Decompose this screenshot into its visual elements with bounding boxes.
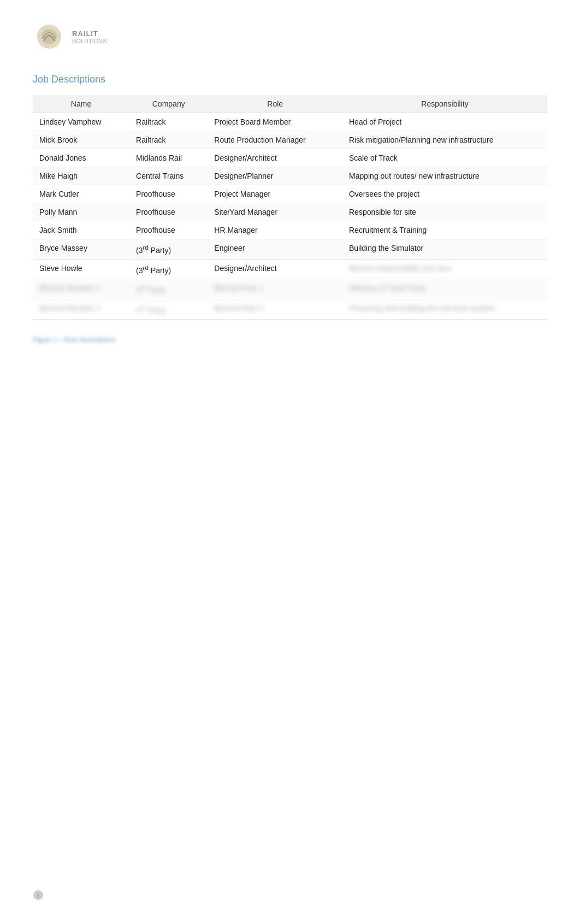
cell-company: (3rd Party) [129, 259, 208, 279]
table-row: Steve Howle(3rd Party)Designer/Architect… [33, 259, 547, 279]
cell-role: HR Manager [208, 221, 342, 239]
table-row-blurred: Blurred Member 23rd PartyBlurred Role 2P… [33, 299, 547, 319]
cell-name: Bryce Massey [33, 239, 129, 260]
cell-name: Mike Haigh [33, 167, 129, 185]
col-header-company: Company [129, 95, 208, 113]
table-row: Polly MannProofhouseSite/Yard ManagerRes… [33, 203, 547, 221]
cell-role: Designer/Architect [208, 149, 342, 167]
table-row: Mick BrookRailtrackRoute Production Mana… [33, 131, 547, 149]
logo-icon [33, 22, 66, 52]
cell-responsibility: Scale of Track [342, 149, 547, 167]
cell-name: Mick Brook [33, 131, 129, 149]
col-header-name: Name [33, 95, 129, 113]
section-title: Job Descriptions [33, 74, 547, 85]
logo-line1: RAILIT [72, 30, 107, 38]
cell-responsibility: Risk mitigation/Planning new infrastruct… [342, 131, 547, 149]
cell-company: (3rd Party) [129, 239, 208, 260]
table-row: Mike HaighCentral TrainsDesigner/Planner… [33, 167, 547, 185]
cell-blurred-2: Blurred Role 2 [208, 299, 342, 319]
cell-company: Central Trains [129, 167, 208, 185]
cell-name: Mark Cutler [33, 185, 129, 203]
col-header-responsibility: Responsibility [342, 95, 547, 113]
table-row: Donald JonesMidlands RailDesigner/Archit… [33, 149, 547, 167]
cell-company: Railtrack [129, 113, 208, 131]
cell-company: Proofhouse [129, 185, 208, 203]
col-header-role: Role [208, 95, 342, 113]
cell-blurred-1: 3rd Party [129, 299, 208, 319]
cell-responsibility: Head of Project [342, 113, 547, 131]
logo-line2: SOLUTIONS [72, 38, 107, 44]
cell-name: Steve Howle [33, 259, 129, 279]
cell-role: Project Manager [208, 185, 342, 203]
cell-blurred-1: 3rd Party [129, 279, 208, 299]
cell-company: Railtrack [129, 131, 208, 149]
table-row-blurred: Blurred Member 13rd PartyBlurred Role 1D… [33, 279, 547, 299]
cell-company: Midlands Rail [129, 149, 208, 167]
job-descriptions-table: Name Company Role Responsibility Lindsey… [33, 95, 547, 320]
cell-name: Polly Mann [33, 203, 129, 221]
cell-responsibility: Responsible for site [342, 203, 547, 221]
cell-name: Donald Jones [33, 149, 129, 167]
cell-responsibility: Oversees the project [342, 185, 547, 203]
cell-role: Project Board Member [208, 113, 342, 131]
cell-responsibility: Mapping out routes/ new infrastructure [342, 167, 547, 185]
svg-text:i: i [38, 892, 39, 899]
cell-company: Proofhouse [129, 221, 208, 239]
table-row: Bryce Massey(3rd Party)EngineerBuilding … [33, 239, 547, 260]
cell-role: Site/Yard Manager [208, 203, 342, 221]
figure-caption: Figure 1 – Role Descriptions [33, 336, 547, 344]
logo-area: RAILIT SOLUTIONS [33, 22, 547, 52]
table-row: Jack SmithProofhouseHR ManagerRecruitmen… [33, 221, 547, 239]
cell-responsibility: Blurred responsibility text here [342, 259, 547, 279]
logo-text: RAILIT SOLUTIONS [72, 30, 107, 44]
cell-blurred-2: Blurred Role 1 [208, 279, 342, 299]
cell-responsibility: Building the Simulator [342, 239, 547, 260]
cell-blurred-0: Blurred Member 1 [33, 279, 129, 299]
cell-role: Designer/Planner [208, 167, 342, 185]
cell-blurred-0: Blurred Member 2 [33, 299, 129, 319]
cell-blurred-3: Delivery of Track Parts [342, 279, 547, 299]
cell-company: Proofhouse [129, 203, 208, 221]
table-row: Mark CutlerProofhouseProject ManagerOver… [33, 185, 547, 203]
cell-name: Lindsey Vamphew [33, 113, 129, 131]
table-row: Lindsey VamphewRailtrackProject Board Me… [33, 113, 547, 131]
cell-role: Route Production Manager [208, 131, 342, 149]
footer-icon: i [33, 890, 44, 901]
table-header: Name Company Role Responsibility [33, 95, 547, 113]
cell-role: Designer/Architect [208, 259, 342, 279]
cell-name: Jack Smith [33, 221, 129, 239]
cell-responsibility: Recruitment & Training [342, 221, 547, 239]
table-body: Lindsey VamphewRailtrackProject Board Me… [33, 113, 547, 320]
cell-blurred-3: Procuring and building the full track sy… [342, 299, 547, 319]
cell-role: Engineer [208, 239, 342, 260]
